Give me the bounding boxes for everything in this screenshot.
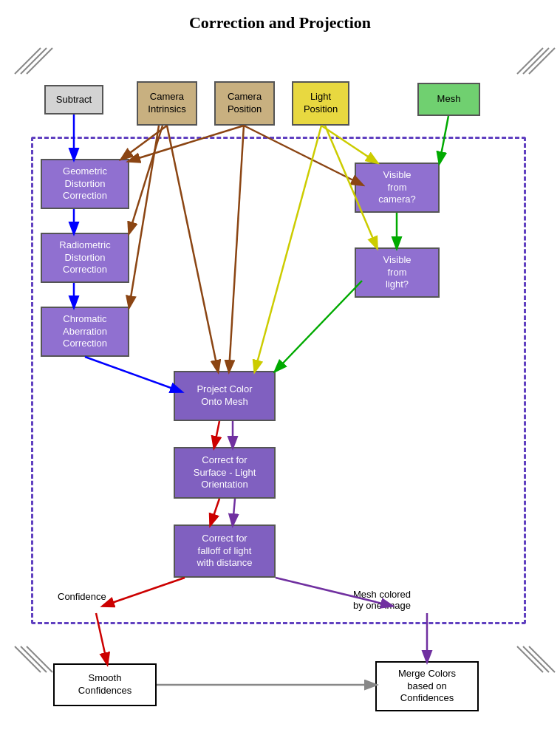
light-position-box: LightPosition [292, 81, 349, 126]
visible-camera-box: Visiblefromcamera? [355, 163, 440, 213]
svg-line-34 [27, 646, 52, 672]
mesh-colored-label: Mesh coloredby one image [353, 589, 411, 611]
svg-line-31 [529, 48, 555, 74]
camera-intrinsics-box: CameraIntrinsics [137, 81, 197, 126]
page-title: Correction and Projection [0, 13, 560, 33]
svg-line-32 [15, 646, 41, 672]
correct-falloff-box: Correct forfalloff of lightwith distance [174, 525, 276, 578]
diagram: Correction and Projection Subtract Camer… [0, 0, 560, 738]
visible-light-box: Visiblefromlight? [355, 247, 440, 298]
merge-colors-box: Merge Colorsbased onConfidences [375, 661, 479, 711]
correct-surface-box: Correct forSurface - LightOrientation [174, 447, 276, 499]
confidence-label: Confidence [58, 591, 106, 602]
subtract-box: Subtract [44, 85, 103, 115]
svg-line-37 [529, 646, 555, 672]
svg-line-27 [21, 48, 47, 74]
chrom-correction-box: ChromaticAberrationCorrection [41, 307, 129, 357]
project-color-box: Project ColorOnto Mesh [174, 371, 276, 421]
camera-position-box: CameraPosition [214, 81, 275, 126]
svg-line-28 [27, 48, 52, 74]
geo-correction-box: GeometricDistortionCorrection [41, 159, 129, 209]
radio-correction-box: RadiometricDistortionCorrection [41, 233, 129, 283]
svg-line-35 [517, 646, 543, 672]
mesh-box: Mesh [417, 83, 480, 116]
svg-line-30 [523, 48, 549, 74]
svg-line-33 [21, 646, 47, 672]
svg-line-26 [15, 48, 41, 74]
svg-line-29 [517, 48, 543, 74]
pipeline-border [31, 137, 526, 624]
smooth-confidences-box: SmoothConfidences [53, 663, 157, 706]
svg-line-36 [523, 646, 549, 672]
